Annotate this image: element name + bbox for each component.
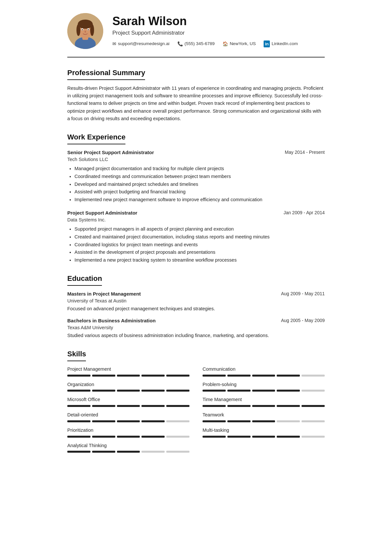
job-date: May 2014 - Present <box>285 149 325 156</box>
skill-seg <box>252 405 275 407</box>
skill-item-8: Prioritization <box>67 427 189 438</box>
summary-section: Professional Summary Results-driven Proj… <box>67 67 325 122</box>
skill-seg <box>166 375 189 377</box>
location-text: NewYork, US <box>230 40 256 47</box>
resume-header: Sarah Wilson Project Support Administrat… <box>67 13 325 57</box>
job-bullet: Implemented a new project tracking syste… <box>74 257 325 264</box>
skill-seg <box>67 390 90 392</box>
phone-icon: 📞 <box>177 40 183 47</box>
education-title: Education <box>67 273 102 286</box>
skill-seg <box>117 451 140 453</box>
skill-seg <box>166 405 189 407</box>
edu-school: Texas A&M University <box>67 324 325 332</box>
svg-point-10 <box>88 29 89 30</box>
skill-item-7: Teamwork <box>203 412 325 422</box>
skill-seg <box>302 436 325 438</box>
experience-title: Work Experience <box>67 132 125 144</box>
skill-seg <box>92 420 115 422</box>
job-bullet: Developed and maintained project schedul… <box>74 181 325 188</box>
skill-seg <box>203 436 226 438</box>
skill-bar <box>67 405 189 407</box>
skill-seg <box>227 390 251 392</box>
skill-seg <box>203 375 226 377</box>
contact-phone: 📞 (555) 345-6789 <box>177 40 215 47</box>
skill-seg <box>92 390 115 392</box>
linkedin-icon: in <box>264 40 270 48</box>
skill-seg <box>277 390 300 392</box>
candidate-name: Sarah Wilson <box>112 15 325 28</box>
skill-seg <box>141 451 165 453</box>
skill-item-9: Multi-tasking <box>203 427 325 438</box>
skill-seg <box>67 451 90 453</box>
skill-name: Problem-solving <box>203 381 325 388</box>
skill-bar <box>203 436 325 438</box>
svg-point-6 <box>90 24 94 36</box>
skill-seg <box>141 436 165 438</box>
skill-seg <box>117 390 140 392</box>
email-text: support@resumedesign.ai <box>118 40 170 47</box>
skill-seg <box>67 420 90 422</box>
skill-seg <box>67 375 90 377</box>
skill-seg <box>117 375 140 377</box>
education-section: Education Masters in Project Management … <box>67 273 325 339</box>
job-bullet: Implemented new project management softw… <box>74 196 325 203</box>
skill-seg <box>302 390 325 392</box>
skills-title: Skills <box>67 348 86 361</box>
svg-point-5 <box>76 24 80 36</box>
skill-seg <box>203 420 226 422</box>
edu-entry-0: Masters in Project Management Aug 2009 -… <box>67 290 325 313</box>
skill-bar <box>203 390 325 392</box>
skill-item-10: Analytical Thinking <box>67 442 189 453</box>
skill-seg <box>117 420 140 422</box>
skill-item-5: Time Management <box>203 396 325 407</box>
skill-bar <box>67 375 189 377</box>
skill-name: Communication <box>203 366 325 373</box>
job-bullet: Managed project documentation and tracki… <box>74 165 325 172</box>
skill-seg <box>277 405 300 407</box>
skill-item-2: Organization <box>67 381 189 392</box>
job-date: Jan 2009 - Apr 2014 <box>284 209 325 216</box>
avatar <box>67 13 103 49</box>
contact-email: ✉ support@resumedesign.ai <box>112 40 170 47</box>
skill-item-6: Detail-oriented <box>67 412 189 422</box>
skill-seg <box>227 375 251 377</box>
skill-seg <box>277 420 300 422</box>
job-title: Project Support Administrator <box>67 209 137 217</box>
job-bullet: Coordinated logistics for project team m… <box>74 241 325 249</box>
edu-desc: Studied various aspects of business admi… <box>67 332 325 339</box>
email-icon: ✉ <box>112 40 116 47</box>
skill-seg <box>252 436 275 438</box>
skill-item-3: Problem-solving <box>203 381 325 392</box>
skill-seg <box>92 436 115 438</box>
skill-seg <box>67 405 90 407</box>
skill-seg <box>203 405 226 407</box>
job-company: Data Systems Inc. <box>67 217 325 224</box>
skill-item-1: Communication <box>203 366 325 377</box>
skill-seg <box>92 405 115 407</box>
job-title: Senior Project Support Administrator <box>67 149 154 156</box>
skill-seg <box>302 420 325 422</box>
skill-seg <box>252 390 275 392</box>
skill-name: Time Management <box>203 396 325 403</box>
linkedin-text: LinkedIn.com <box>271 40 298 47</box>
skill-item-0: Project Management <box>67 366 189 377</box>
skill-bar <box>67 420 189 422</box>
job-entry-1: Project Support Administrator Jan 2009 -… <box>67 209 325 264</box>
skill-name: Organization <box>67 381 189 388</box>
skill-seg <box>227 405 251 407</box>
skill-bar <box>67 390 189 392</box>
job-bullet: Assisted with project budgeting and fina… <box>74 188 325 196</box>
skill-item-4: Microsoft Office <box>67 396 189 407</box>
edu-header: Bachelors in Business Administration Aug… <box>67 317 325 325</box>
header-info: Sarah Wilson Project Support Administrat… <box>112 15 325 48</box>
skill-seg <box>117 436 140 438</box>
skill-name: Project Management <box>67 366 189 373</box>
edu-date: Aug 2009 - May 2011 <box>281 290 325 297</box>
location-icon: 🏠 <box>222 40 228 47</box>
skill-name: Analytical Thinking <box>67 442 189 449</box>
skill-seg <box>92 451 115 453</box>
skill-seg <box>141 420 165 422</box>
skill-name: Prioritization <box>67 427 189 434</box>
job-bullet: Coordinated meetings and communication b… <box>74 173 325 180</box>
skill-seg <box>252 420 275 422</box>
